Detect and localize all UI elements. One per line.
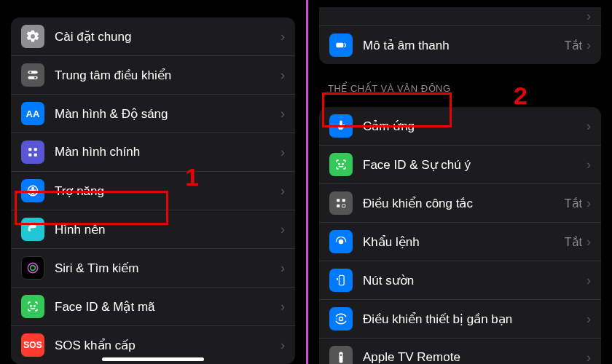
svg-rect-19 bbox=[337, 205, 340, 207]
row-accessibility[interactable]: Trợ năng › bbox=[11, 172, 295, 210]
row-label: Màn hình chính bbox=[55, 145, 280, 159]
row-label: Siri & Tìm kiếm bbox=[55, 261, 280, 276]
svg-point-9 bbox=[32, 187, 34, 189]
settings-screen-left: Cài đặt chung › Trung tâm điều khiển › A… bbox=[0, 0, 306, 364]
svg-point-3 bbox=[34, 76, 36, 79]
svg-point-12 bbox=[31, 306, 31, 306]
svg-point-11 bbox=[31, 266, 36, 271]
svg-rect-23 bbox=[337, 278, 338, 280]
voice-control-icon bbox=[329, 230, 353, 253]
chevron-right-icon: › bbox=[280, 338, 285, 353]
svg-rect-0 bbox=[28, 71, 37, 74]
chevron-right-icon: › bbox=[586, 196, 591, 211]
row-value: Tắt bbox=[565, 235, 582, 249]
row-label: Trợ năng bbox=[55, 183, 280, 199]
row-label: Điều khiển thiết bị gần bạn bbox=[363, 312, 586, 327]
row-general[interactable]: Cài đặt chung › bbox=[11, 17, 295, 56]
svg-rect-25 bbox=[340, 352, 343, 363]
row-label: Hình nền bbox=[55, 222, 280, 237]
svg-rect-6 bbox=[28, 154, 31, 157]
accessibility-icon bbox=[21, 179, 44, 202]
chevron-right-icon: › bbox=[280, 183, 285, 199]
svg-rect-18 bbox=[342, 199, 345, 202]
side-button-icon bbox=[329, 269, 353, 292]
remote-icon bbox=[329, 346, 353, 364]
svg-point-13 bbox=[34, 306, 35, 306]
chevron-right-icon: › bbox=[586, 312, 591, 327]
chevron-right-icon: › bbox=[280, 29, 285, 44]
row-siri-search[interactable]: Siri & Tìm kiếm › bbox=[11, 249, 295, 288]
chevron-right-icon: › bbox=[280, 222, 285, 237]
chevron-right-icon: › bbox=[586, 350, 591, 365]
row-touch[interactable]: Cảm ứng › bbox=[319, 107, 601, 146]
row-value: Tắt bbox=[565, 197, 582, 210]
section-header-physical: THỂ CHẤT VÀ VẬN ĐỘNG bbox=[319, 77, 601, 97]
accessibility-screen-right: · › Mô tả âm thanh Tắt › THỂ CHẤT VÀ VẬN… bbox=[306, 0, 612, 364]
row-label: Cài đặt chung bbox=[55, 29, 280, 44]
svg-rect-4 bbox=[28, 148, 31, 151]
svg-point-16 bbox=[342, 164, 343, 165]
row-label: Điều khiển công tắc bbox=[363, 196, 565, 211]
row-faceid-passcode[interactable]: Face ID & Mật mã › bbox=[11, 288, 295, 326]
row-label: Face ID & Mật mã bbox=[55, 299, 280, 314]
svg-point-26 bbox=[340, 354, 342, 356]
row-label: SOS khẩn cấp bbox=[55, 338, 280, 353]
chevron-right-icon: › bbox=[586, 119, 591, 134]
svg-point-21 bbox=[339, 240, 344, 245]
gear-icon bbox=[21, 25, 44, 48]
row-switch-control[interactable]: Điều khiển công tắc Tắt › bbox=[319, 184, 601, 223]
chevron-right-icon: › bbox=[280, 261, 285, 276]
row-home-screen[interactable]: Màn hình chính › bbox=[11, 133, 295, 172]
row-label: Apple TV Remote bbox=[363, 350, 586, 364]
row-partial-top[interactable]: · › bbox=[319, 7, 601, 26]
row-voice-control[interactable]: Khẩu lệnh Tắt › bbox=[319, 223, 601, 261]
svg-rect-22 bbox=[340, 275, 345, 285]
svg-point-24 bbox=[340, 317, 343, 321]
highlight-2-label: 2 bbox=[514, 82, 527, 110]
chevron-right-icon: › bbox=[280, 106, 285, 122]
row-faceid-attention[interactable]: Face ID & Sự chú ý › bbox=[319, 146, 601, 184]
row-label: Màn hình & Độ sáng bbox=[55, 106, 280, 122]
row-label: Khẩu lệnh bbox=[363, 234, 565, 250]
chevron-right-icon: › bbox=[280, 299, 285, 314]
row-apple-tv-remote[interactable]: Apple TV Remote › bbox=[319, 339, 601, 364]
settings-group: Cài đặt chung › Trung tâm điều khiển › A… bbox=[11, 17, 295, 364]
highlight-1-label: 1 bbox=[185, 163, 199, 191]
home-indicator[interactable] bbox=[102, 357, 204, 361]
faceid-icon bbox=[21, 295, 44, 318]
row-audio-descriptions[interactable]: Mô tả âm thanh Tắt › bbox=[319, 26, 601, 64]
nearby-device-icon bbox=[329, 307, 353, 331]
svg-point-10 bbox=[28, 263, 37, 272]
svg-rect-17 bbox=[337, 199, 340, 202]
row-label: · bbox=[363, 9, 586, 24]
row-value: Tắt bbox=[565, 39, 582, 52]
touch-icon bbox=[329, 114, 353, 138]
row-nearby-device-control[interactable]: Điều khiển thiết bị gần bạn › bbox=[319, 300, 601, 339]
row-display-brightness[interactable]: AA Màn hình & Độ sáng › bbox=[11, 95, 295, 133]
svg-rect-14 bbox=[336, 43, 343, 48]
chevron-right-icon: › bbox=[586, 234, 591, 250]
svg-rect-20 bbox=[342, 205, 345, 207]
switch-control-icon bbox=[329, 191, 353, 215]
row-control-center[interactable]: Trung tâm điều khiển › bbox=[11, 56, 295, 95]
siri-icon bbox=[21, 256, 44, 280]
home-screen-icon bbox=[21, 141, 44, 164]
row-side-button[interactable]: Nút sườn › bbox=[319, 261, 601, 300]
svg-rect-5 bbox=[34, 148, 37, 151]
row-label: Face ID & Sự chú ý bbox=[363, 157, 586, 173]
svg-point-2 bbox=[29, 71, 31, 74]
row-label: Mô tả âm thanh bbox=[363, 38, 565, 53]
wallpaper-icon bbox=[21, 218, 44, 241]
chevron-right-icon: › bbox=[280, 68, 285, 83]
chevron-right-icon: › bbox=[586, 9, 591, 24]
row-wallpaper[interactable]: Hình nền › bbox=[11, 210, 295, 249]
svg-rect-7 bbox=[34, 154, 37, 157]
sos-icon: SOS bbox=[21, 333, 44, 357]
physical-group: Cảm ứng › Face ID & Sự chú ý › Điều khiể… bbox=[319, 107, 601, 364]
toggles-icon bbox=[21, 63, 44, 87]
row-label: Trung tâm điều khiển bbox=[55, 68, 280, 83]
top-group: · › Mô tả âm thanh Tắt › bbox=[319, 7, 601, 64]
chevron-right-icon: › bbox=[280, 145, 285, 160]
chevron-right-icon: › bbox=[586, 157, 591, 173]
chevron-right-icon: › bbox=[586, 273, 591, 288]
